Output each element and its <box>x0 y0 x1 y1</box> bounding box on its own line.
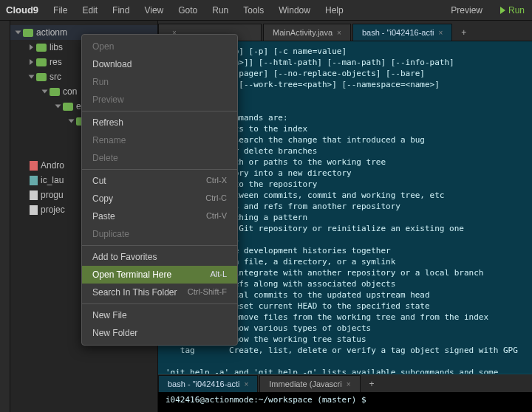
tab-label: Immediate (Javascri <box>269 380 341 388</box>
ctx-label: New File <box>92 310 127 320</box>
menu-window[interactable]: Window <box>273 2 316 18</box>
caret-icon <box>16 31 21 35</box>
context-menu-item[interactable]: Search In This FolderCtrl-Shift-F <box>82 284 237 301</box>
run-label: Run <box>508 5 525 16</box>
menu-file[interactable]: File <box>47 2 73 18</box>
ctx-label: Cut <box>92 176 106 186</box>
context-menu-item[interactable]: Add to Favorites <box>82 248 237 266</box>
ctx-label: Copy <box>92 193 113 204</box>
left-gutter <box>0 21 10 412</box>
tree-label: con <box>63 86 77 97</box>
menubar: Cloud9 File Edit Find View Goto Run Tool… <box>0 0 532 21</box>
tree-label: projec <box>41 205 65 215</box>
tree-label: res <box>50 57 62 67</box>
caret-icon <box>55 105 61 109</box>
tree-label: src <box>50 72 61 82</box>
file-icon <box>30 190 38 200</box>
bottom-tab[interactable]: Immediate (Javascri× <box>259 375 360 392</box>
ctx-shortcut: Ctrl-Shift-F <box>188 287 227 298</box>
ctx-shortcut: Alt-L <box>210 269 227 280</box>
menu-help[interactable]: Help <box>319 2 349 18</box>
ctx-label: Search In This Folder <box>92 287 177 298</box>
folder-icon <box>63 103 73 111</box>
bottom-panel: bash - "i042416-acti×Immediate (Javascri… <box>158 374 532 412</box>
menu-edit[interactable]: Edit <box>76 2 103 18</box>
menu-find[interactable]: Find <box>106 2 135 18</box>
tab-label: bash - "i042416-acti <box>362 28 434 37</box>
preview-button[interactable]: Preview <box>443 2 490 18</box>
ctx-label: Download <box>92 59 132 69</box>
ctx-label: Refresh <box>92 117 123 128</box>
ctx-shortcut: Ctrl-V <box>206 211 227 222</box>
tree-label: progu <box>41 190 64 200</box>
context-menu-item[interactable]: CutCtrl-X <box>82 172 237 190</box>
folder-icon <box>36 58 47 66</box>
ctx-label: Duplicate <box>92 229 129 239</box>
play-icon <box>500 7 505 14</box>
tab-label: bash - "i042416-acti <box>168 380 239 388</box>
context-menu-item[interactable]: New Folder <box>82 324 237 342</box>
ctx-shortcut: Ctrl-C <box>205 193 227 204</box>
file-icon <box>30 161 38 171</box>
close-icon[interactable]: × <box>244 380 248 388</box>
caret-icon <box>69 120 75 123</box>
context-menu-item[interactable]: PasteCtrl-V <box>82 207 237 225</box>
close-icon[interactable]: × <box>337 29 341 37</box>
tree-label: ic_lau <box>41 175 64 185</box>
caret-icon <box>30 44 33 50</box>
brand: Cloud9 <box>6 4 38 16</box>
context-menu-item[interactable]: Refresh <box>82 114 237 131</box>
context-menu-item: Preview <box>82 91 237 109</box>
ctx-label: New Folder <box>92 328 137 338</box>
ctx-label: Preview <box>92 95 124 105</box>
file-icon <box>30 176 38 185</box>
context-menu-item: Delete <box>82 149 237 167</box>
menu-view[interactable]: View <box>138 2 169 18</box>
ctx-label: Open Terminal Here <box>92 269 171 280</box>
tree-label: libs <box>50 42 63 52</box>
caret-icon <box>30 59 33 65</box>
caret-icon <box>29 75 35 79</box>
ctx-label: Add to Favorites <box>92 252 157 262</box>
folder-icon <box>36 44 47 52</box>
tab-label: MainActivity.java <box>273 28 332 37</box>
ctx-label: Paste <box>92 211 115 222</box>
ctx-label: Rename <box>92 135 126 145</box>
tab[interactable]: bash - "i042416-acti× <box>352 24 452 41</box>
ctx-label: Delete <box>92 153 118 163</box>
close-icon[interactable]: × <box>347 380 351 388</box>
tab[interactable]: MainActivity.java× <box>263 24 351 41</box>
caret-icon <box>42 90 48 94</box>
folder-icon <box>36 73 47 81</box>
ctx-shortcut: Ctrl-X <box>206 176 227 186</box>
context-menu-item: Open <box>82 38 237 55</box>
tree-label: Andro <box>41 160 64 171</box>
file-icon <box>30 205 38 215</box>
context-menu-item[interactable]: New File <box>82 306 237 324</box>
close-icon[interactable]: × <box>438 29 443 37</box>
menu-run[interactable]: Run <box>206 2 234 18</box>
ctx-label: Open <box>92 41 114 52</box>
tab-add-button[interactable]: + <box>454 24 474 41</box>
menu-tools[interactable]: Tools <box>237 2 270 18</box>
tree-label: e <box>76 101 81 111</box>
context-menu: OpenDownloadRunPreviewRefreshRenameDelet… <box>81 34 238 346</box>
context-menu-item[interactable]: Download <box>82 55 237 73</box>
bottom-tab[interactable]: bash - "i042416-acti× <box>158 375 258 392</box>
ctx-label: Run <box>92 77 109 87</box>
bottom-terminal[interactable]: i042416@actionmode:~/workspace (master) … <box>158 392 532 412</box>
context-menu-item[interactable]: CopyCtrl-C <box>82 190 237 207</box>
bottom-tabstrip: bash - "i042416-acti×Immediate (Javascri… <box>158 374 532 392</box>
menu-goto[interactable]: Goto <box>172 2 203 18</box>
tab-add-button[interactable]: + <box>362 376 382 392</box>
context-menu-item: Duplicate <box>82 225 237 243</box>
folder-icon <box>23 29 33 37</box>
tree-label: actionm <box>36 27 67 38</box>
context-menu-item: Rename <box>82 131 237 149</box>
context-menu-item[interactable]: Open Terminal HereAlt-L <box>82 266 237 284</box>
run-button[interactable]: Run <box>493 4 532 17</box>
folder-icon <box>50 88 60 96</box>
context-menu-item: Run <box>82 73 237 91</box>
